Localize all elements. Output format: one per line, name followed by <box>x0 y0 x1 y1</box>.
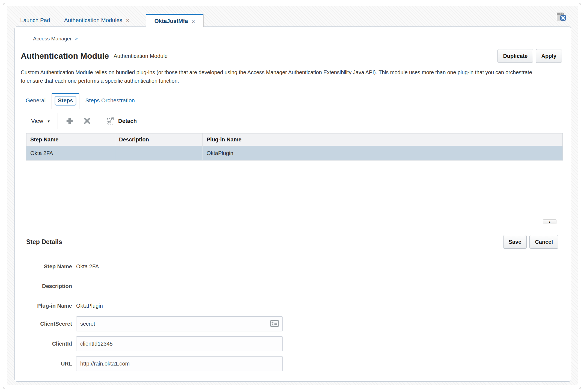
field-label: ClientId <box>15 341 72 347</box>
apply-button[interactable]: Apply <box>536 49 562 63</box>
form-row-plugin-name: Plug-in Name OktaPlugin <box>15 300 571 311</box>
page-subtitle: Authentication Module <box>114 53 168 59</box>
tab-label: Authentication Modules <box>64 17 122 23</box>
table-toolbar: View ▼ <box>31 112 137 130</box>
breadcrumb-separator: > <box>75 36 78 41</box>
breadcrumb-access-manager[interactable]: Access Manager <box>33 36 72 41</box>
form-row-description: Description <box>15 281 571 292</box>
collapse-up-icon: ▲ <box>549 221 551 223</box>
page-title: Authentication Module <box>21 51 109 61</box>
cell-plugin-name: OktaPlugin <box>203 146 562 160</box>
step-details-form: Step Name Okta 2FA Description Plug-in N… <box>15 261 571 376</box>
cell-step-name: Okta 2FA <box>26 146 115 160</box>
column-header-description: Description <box>115 133 203 146</box>
add-step-button[interactable] <box>65 116 74 126</box>
detach-icon <box>106 117 115 125</box>
module-panel: Access Manager > Authentication Module A… <box>14 26 571 382</box>
column-header-plugin-name: Plug-in Name <box>203 133 562 146</box>
contact-card-icon[interactable] <box>270 319 279 329</box>
url-input[interactable] <box>76 356 283 371</box>
subtab-steps-orchestration[interactable]: Steps Orchestration <box>79 97 141 109</box>
subtab-steps-label: Steps <box>55 96 76 106</box>
clientid-input[interactable] <box>76 336 283 351</box>
view-menu-button[interactable]: View ▼ <box>31 118 50 124</box>
cancel-button[interactable]: Cancel <box>529 235 558 249</box>
detach-button[interactable]: Detach <box>106 117 137 125</box>
form-row-url: URL <box>15 356 571 371</box>
collapse-panel-button[interactable]: ▲ <box>543 219 556 224</box>
field-label: ClientSecret <box>15 321 72 327</box>
table-header-row: Step Name Description Plug-in Name <box>26 133 563 146</box>
table-row[interactable]: Okta 2FA OktaPlugin <box>26 146 563 161</box>
form-row-step-name: Step Name Okta 2FA <box>15 261 571 272</box>
field-label: Step Name <box>15 263 72 270</box>
breadcrumb: Access Manager > <box>33 36 78 42</box>
chevron-down-icon: ▼ <box>47 119 50 123</box>
tab-label: Launch Pad <box>20 17 50 23</box>
form-row-clientid: ClientId <box>15 336 571 351</box>
delete-x-icon <box>83 117 91 125</box>
tab-oktajustmfa[interactable]: OktaJustMfa ✕ <box>146 14 204 27</box>
clientsecret-input[interactable] <box>76 316 283 331</box>
toolbar-divider <box>58 113 58 129</box>
close-tab-icon[interactable]: ✕ <box>192 19 195 24</box>
app-window: Launch Pad Authentication Modules ✕ Okta… <box>3 3 581 389</box>
form-row-clientsecret: ClientSecret <box>15 316 571 331</box>
view-menu-label: View <box>31 118 43 124</box>
tab-authentication-modules[interactable]: Authentication Modules ✕ <box>64 14 130 26</box>
plus-icon <box>65 117 74 125</box>
subtab-general[interactable]: General <box>20 97 52 109</box>
steps-table: Step Name Description Plug-in Name Okta … <box>26 133 563 161</box>
cell-description <box>115 146 203 160</box>
duplicate-button[interactable]: Duplicate <box>497 49 533 63</box>
tab-label: OktaJustMfa <box>154 18 188 24</box>
close-tab-icon[interactable]: ✕ <box>126 18 129 23</box>
workspace-background: Launch Pad Authentication Modules ✕ Okta… <box>7 6 578 385</box>
field-label: Plug-in Name <box>15 303 72 309</box>
delete-step-button[interactable] <box>82 116 92 126</box>
subtab-steps[interactable]: Steps <box>52 93 79 109</box>
module-description: Custom Authentication Module relies on b… <box>21 68 537 85</box>
field-label: Description <box>15 283 72 289</box>
column-header-step-name: Step Name <box>26 133 115 146</box>
field-value: Okta 2FA <box>76 263 99 270</box>
field-label: URL <box>15 361 72 367</box>
tab-launch-pad[interactable]: Launch Pad <box>20 14 50 26</box>
close-window-icon[interactable] <box>556 11 567 22</box>
toolbar-divider <box>99 113 99 129</box>
subtab-bar: General Steps Steps Orchestration <box>20 91 566 109</box>
step-details-heading: Step Details <box>26 238 62 246</box>
field-value: OktaPlugin <box>76 303 103 309</box>
detach-label: Detach <box>118 118 137 124</box>
save-button[interactable]: Save <box>503 235 527 249</box>
